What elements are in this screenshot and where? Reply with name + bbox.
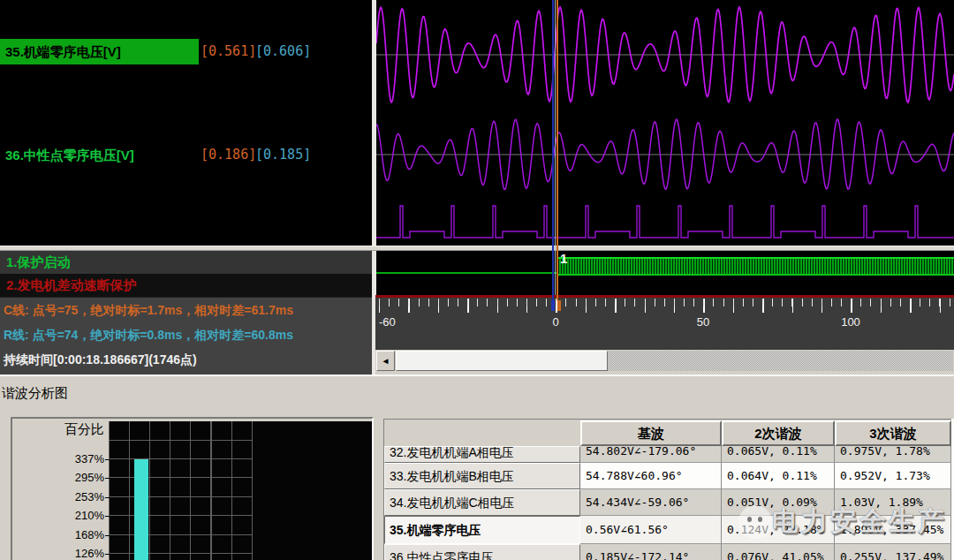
cell-33-h2: 0.064V, 0.11% <box>722 463 835 489</box>
event-row-protection-start[interactable]: 1.保护启动 <box>0 251 372 274</box>
table-row-label-36[interactable]: 36.中性点零序电压 <box>384 544 580 560</box>
c-cursor-marker[interactable] <box>557 300 561 311</box>
minor-ticks <box>379 299 951 306</box>
r-cursor-marker[interactable] <box>551 300 555 311</box>
scrollbar-left-arrow-button[interactable]: ◄ <box>376 351 395 371</box>
cell-35-h2: 0.124V, 22.18% <box>722 516 835 544</box>
chart-grid <box>109 421 253 560</box>
channel-36-value-r: [0.185] <box>255 142 311 168</box>
cell-36-h3: 0.255V, 137.49% <box>835 544 951 560</box>
cell-34-h3: 1.03V, 1.89% <box>835 489 951 516</box>
digital-high-bar <box>556 257 954 276</box>
scrollbar-thumb[interactable] <box>396 351 608 371</box>
r-cursor-line[interactable] <box>552 0 554 300</box>
digital-trace-area[interactable]: 1 <box>376 251 954 295</box>
digital-baseline <box>376 272 556 274</box>
channel-row-36[interactable]: 36.中性点零序电压[V] <box>5 142 134 168</box>
c-cursor-info: C线: 点号=75，绝对时标=1.7ms，相对时差=61.7ms <box>4 303 293 319</box>
duration-info: 持续时间[0:00:18.186667](1746点) <box>4 352 197 368</box>
channel-35-value-r: [0.606] <box>255 39 311 64</box>
waveform-svg <box>376 0 954 246</box>
cell-33-fundamental: 54.788V∠60.96° <box>580 463 722 489</box>
event-2-label: 2.发电机差动速断保护 <box>6 274 137 297</box>
tick-label-50: 50 <box>697 315 709 329</box>
pulse-trace <box>376 206 954 238</box>
tick-label-100: 100 <box>841 315 860 329</box>
table-header-3rd-harmonic: 3次谐波 <box>835 420 951 446</box>
table-header-2nd-harmonic: 2次谐波 <box>722 420 835 446</box>
table-row-label-35-selected[interactable]: 35.机端零序电压 <box>384 516 580 544</box>
channel-35-value-c: [0.561] <box>201 39 256 64</box>
ytick-210: 210% <box>64 510 104 522</box>
cell-36-fundamental: 0.185V∠-172.14° <box>580 544 722 560</box>
harmonic-bar-3rd <box>134 459 148 560</box>
ytick-253: 253% <box>64 491 104 503</box>
ytick-126: 126% <box>64 548 104 560</box>
waveform-plot-area[interactable] <box>376 0 954 246</box>
tick-label-minus60: -60 <box>379 315 396 329</box>
cell-32-h2: 0.065V, 0.11% <box>722 446 835 463</box>
time-ruler[interactable]: -60 0 50 100 <box>375 298 954 350</box>
table-row-label-32[interactable]: 32.发电机机端A相电压 <box>384 446 580 463</box>
ytick-168: 168% <box>64 529 104 541</box>
cursor-highlight-line <box>555 0 556 295</box>
r-cursor-info: R线: 点号=74，绝对时标=0.8ms，相对时差=60.8ms <box>4 328 293 344</box>
cell-32-fundamental: 54.802V∠-179.06° <box>580 446 722 463</box>
oscillogram-section: 35.机端零序电压[V] [0.561] [0.606] 36.中性点零序电压[… <box>0 0 954 375</box>
horizontal-scrollbar[interactable]: ◄ <box>375 350 954 375</box>
ytick-295: 295% <box>64 472 104 484</box>
cell-35-fundamental: 0.56V∠61.56° <box>580 516 722 544</box>
ytick-337: 337% <box>64 453 104 465</box>
cell-34-h2: 0.051V, 0.09% <box>722 489 835 516</box>
channel-36-value-c: [0.186] <box>201 142 256 168</box>
harmonic-bar-chart <box>109 421 372 560</box>
cell-33-h3: 0.952V, 1.73% <box>835 463 951 489</box>
digital-trace-label: 1 <box>560 251 567 266</box>
harmonic-section-header: 谐波分析图 <box>0 375 954 417</box>
table-header-empty <box>384 420 580 446</box>
cursor-info-panel: C线: 点号=75，绝对时标=1.7ms，相对时差=61.7ms R线: 点号=… <box>0 297 372 375</box>
event-row-diff-protection[interactable]: 2.发电机差动速断保护 <box>0 274 372 297</box>
cell-35-h3: 1.893V, 337.45% <box>835 516 951 544</box>
cell-34-fundamental: 54.434V∠-59.06° <box>580 489 722 516</box>
table-header-fundamental: 基波 <box>580 420 722 446</box>
table-row-label-34[interactable]: 34.发电机机端C相电压 <box>384 489 580 516</box>
channel-row-35[interactable]: 35.机端零序电压[V] <box>0 39 199 64</box>
harmonic-section-title: 谐波分析图 <box>2 385 68 402</box>
c-cursor-line[interactable] <box>556 0 558 300</box>
cell-32-h3: 0.975V, 1.78% <box>835 446 951 463</box>
table-row-label-33[interactable]: 33.发电机机端B相电压 <box>384 463 580 489</box>
percent-axis-label: 百分比 <box>62 421 104 438</box>
harmonic-table: 基波 2次谐波 3次谐波 32.发电机机端A相电压 54.802V∠-179.0… <box>383 419 954 560</box>
tick-label-0: 0 <box>552 315 558 329</box>
event-1-label: 1.保护启动 <box>6 251 71 274</box>
cell-36-h2: 0.076V, 41.05% <box>722 544 835 560</box>
channel-35-label: 35.机端零序电压[V] <box>5 39 121 64</box>
